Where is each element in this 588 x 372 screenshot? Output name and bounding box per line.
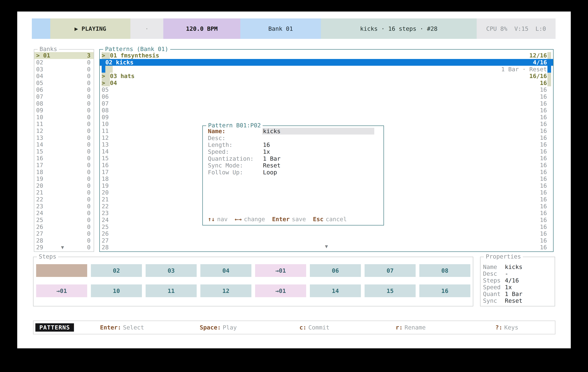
step-cell-label: →01 [56,288,67,294]
pattern-step-count: 16 [540,86,547,93]
step-cell[interactable]: 03 [146,264,197,277]
dialog-field-value[interactable]: kicks [262,128,374,135]
scrollbar-thumb [547,86,551,93]
step-cell[interactable]: 14 [310,284,361,297]
pattern-label: 20 [102,189,109,196]
pattern-row[interactable]: 1 Bar · Reset [100,66,553,73]
pattern-row[interactable]: > 01 fmsynthesis 12/16 [100,52,553,59]
dialog-field-value[interactable]: 1 Bar [263,155,281,162]
bank-row[interactable]: 23 0 [34,203,94,210]
bank-row[interactable]: 22 0 [34,196,94,203]
bank-row[interactable]: 20 0 [34,182,94,189]
step-cell[interactable]: →01 [36,284,87,297]
pattern-step-count: 16 [540,244,547,251]
bank-row[interactable]: 02 0 [34,59,94,66]
bank-row[interactable]: 11 0 [34,121,94,128]
scrollbar-thumb [547,210,551,217]
bank-pattern-count: 0 [87,175,91,182]
step-cell[interactable]: →01 [255,284,306,297]
step-cell[interactable]: 12 [200,284,252,297]
bank-row-selected[interactable]: > 01 3 [34,52,94,59]
keybar-key: Space: [200,324,221,331]
bank-row[interactable]: 14 0 [34,141,94,148]
bank-row[interactable]: 25 0 [34,217,94,223]
pattern-row[interactable]: 06 16 [100,93,553,100]
topbar-separator-dot: · [130,19,163,39]
bank-row[interactable]: 19 0 [34,175,94,182]
dialog-field-value[interactable]: Loop [263,169,277,176]
pattern-step-count: 16 [540,210,547,216]
dialog-field-row[interactable]: Sync Mode: Reset [203,162,383,169]
pattern-row[interactable]: 26 16 [100,230,553,237]
pattern-step-count: 16 [540,223,547,230]
dialog-field-value[interactable]: Reset [263,162,281,169]
dialog-field-label: Follow Up: [208,169,263,176]
bank-pattern-count: 0 [87,114,91,121]
bank-row[interactable]: 07 0 [34,93,94,100]
bank-row[interactable]: 24 0 [34,210,94,217]
keybar-action: Commit [308,324,329,331]
step-cell[interactable]: 04 [200,264,252,277]
dialog-field-label: Length: [208,141,263,148]
bank-row[interactable]: 17 0 [34,162,94,169]
pattern-step-count: 16 [540,148,547,155]
pattern-row[interactable]: > 03 hats 16/16 [100,73,553,80]
bank-row[interactable]: 09 0 [34,107,94,114]
pattern-gutter [105,66,113,73]
dialog-field-row[interactable]: Speed: 1x [203,148,383,155]
pattern-row[interactable]: 09 16 [100,114,553,121]
dialog-field-row[interactable]: Name: kicks [203,128,383,135]
bank-row[interactable]: 26 0 [34,223,94,230]
dialog-field-row[interactable]: Desc: [203,135,383,142]
keyhint-key: ↑↓ [208,216,215,222]
pattern-label: 15 [102,155,109,161]
bank-row[interactable]: 05 0 [34,80,94,86]
bank-row[interactable]: 08 0 [34,100,94,107]
bank-row[interactable]: 29 ▼ 0 [34,244,94,251]
step-cell[interactable]: 10 [91,284,142,297]
scrollbar-thumb [547,114,551,121]
step-cell[interactable]: 15 [365,284,416,297]
bank-row[interactable]: 06 0 [34,86,94,93]
dialog-field-row[interactable]: Follow Up: Loop [203,169,383,176]
bank-row[interactable]: 13 0 [34,134,94,141]
step-cell[interactable]: 11 [146,284,197,297]
step-cell[interactable]: 08 [419,264,470,277]
step-cell[interactable]: 07 [365,264,416,277]
bank-row[interactable]: 15 0 [34,148,94,155]
pattern-row[interactable]: 05 16 [100,86,553,93]
dialog-field-value[interactable]: 16 [263,141,270,148]
property-value: 4/16 [505,277,519,284]
step-cell[interactable]: →01 [255,264,306,277]
pattern-row[interactable]: 07 16 [100,100,553,107]
step-cell[interactable]: 16 [419,284,470,297]
bank-row[interactable]: 28 0 [34,237,94,244]
bank-row[interactable]: 27 0 [34,230,94,237]
pattern-row[interactable]: 08 16 [100,107,553,114]
bank-row[interactable]: 16 0 [34,155,94,162]
pattern-row[interactable]: 02 kicks 4/16 [100,59,553,66]
bank-row[interactable]: 04 0 [34,73,94,80]
bank-row[interactable]: 12 0 [34,128,94,134]
dialog-field-row[interactable]: Quantization: 1 Bar [203,155,383,162]
keybar-item: ?: Keys [459,324,555,331]
pattern-row[interactable]: > 04 16 [100,80,553,86]
dialog-field-row[interactable]: Length: 16 [203,141,383,148]
step-cell[interactable]: 02 [91,264,142,277]
property-label: Sync [483,297,505,304]
dialog-field-label: Quantization: [208,155,263,162]
dialog-field-value[interactable]: 1x [263,148,270,155]
bank-row[interactable]: 21 0 [34,189,94,196]
bank-row[interactable]: 10 0 [34,114,94,121]
bank-row[interactable]: 03 0 [34,66,94,73]
bank-row[interactable]: 18 0 [34,169,94,175]
property-row: Quant 1 Bar [481,291,555,297]
step-cell[interactable] [36,264,87,277]
mode-badge: PATTERNS [35,323,74,332]
scrollbar-thumb [547,59,551,66]
pattern-label: 12 [102,134,109,141]
pattern-row[interactable]: 27 16 [100,237,553,244]
dialog-fields: Name: kicks Desc: Length: 16 Speed: 1x [203,126,383,176]
step-cell[interactable]: 06 [310,264,361,277]
scrollbar-thumb [547,128,551,134]
